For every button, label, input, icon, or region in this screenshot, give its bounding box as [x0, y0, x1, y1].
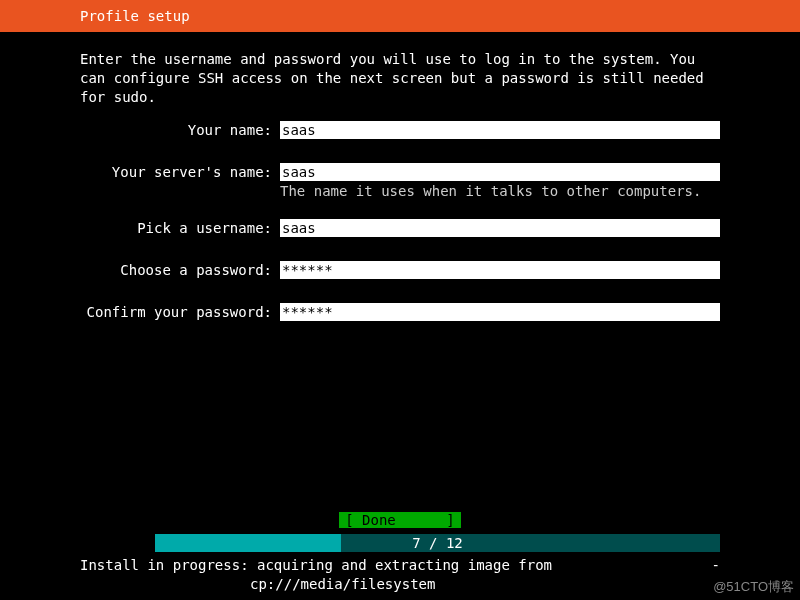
row-confirm-password: Confirm your password:	[80, 303, 720, 321]
input-username[interactable]	[280, 219, 720, 237]
input-password[interactable]	[280, 261, 720, 279]
status-line1: Install in progress: acquiring and extra…	[80, 556, 720, 575]
spinner-icon: -	[712, 556, 720, 575]
row-password: Choose a password:	[80, 261, 720, 279]
input-server-name[interactable]	[280, 163, 720, 181]
main-content: Enter the username and password you will…	[0, 32, 800, 321]
label-server-name: Your server's name:	[80, 163, 280, 180]
progress-bar: 7 / 12	[155, 534, 720, 552]
input-your-name[interactable]	[280, 121, 720, 139]
progress-text: 7 / 12	[155, 534, 720, 552]
row-server-name: Your server's name: The name it uses whe…	[80, 163, 720, 199]
input-confirm-password[interactable]	[280, 303, 720, 321]
row-your-name: Your name:	[80, 121, 720, 139]
done-button[interactable]: [ Done ]	[339, 512, 461, 528]
row-username: Pick a username:	[80, 219, 720, 237]
label-your-name: Your name:	[80, 121, 280, 138]
bottom-area: [ Done ] 7 / 12 Install in progress: acq…	[0, 512, 800, 600]
label-confirm-password: Confirm your password:	[80, 303, 280, 320]
status-row: Install in progress: acquiring and extra…	[0, 554, 800, 600]
watermark: @51CTO博客	[713, 578, 794, 596]
intro-text: Enter the username and password you will…	[80, 50, 720, 107]
page-title: Profile setup	[80, 8, 190, 24]
header-bar: Profile setup	[0, 0, 800, 32]
status-line2: cp:///media/filesystem	[80, 575, 720, 594]
label-password: Choose a password:	[80, 261, 280, 278]
hint-server-name: The name it uses when it talks to other …	[280, 183, 720, 199]
label-username: Pick a username:	[80, 219, 280, 236]
